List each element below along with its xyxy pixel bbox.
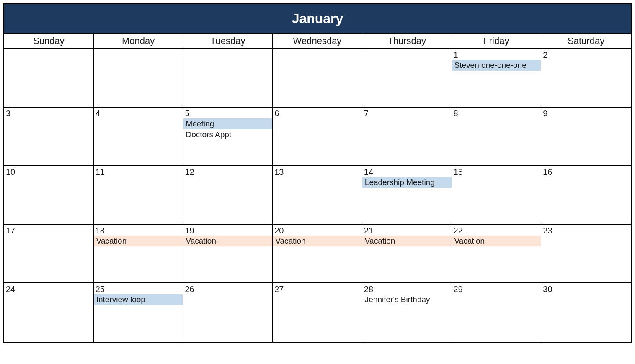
day-cell[interactable]: 17 — [4, 225, 94, 282]
calendar-event[interactable]: Vacation — [94, 236, 183, 246]
calendar-event[interactable]: Leadership Meeting — [362, 177, 452, 188]
day-number: 17 — [6, 226, 92, 236]
day-cell[interactable]: 27 — [273, 283, 362, 342]
month-header: January — [4, 4, 631, 34]
day-number: 8 — [454, 108, 539, 118]
calendar-event[interactable]: Vacation — [273, 236, 362, 246]
day-header-thursday: Thursday — [362, 34, 452, 48]
day-cell[interactable] — [94, 49, 183, 107]
day-number: 21 — [364, 226, 450, 236]
day-cell[interactable]: 1Steven one-one-one — [452, 49, 542, 107]
day-cell[interactable]: 23 — [541, 225, 631, 282]
day-cell[interactable]: 18Vacation — [94, 225, 183, 282]
day-number: 22 — [454, 226, 539, 236]
day-cell[interactable]: 12 — [183, 166, 273, 224]
day-cell[interactable]: 2 — [541, 49, 631, 107]
day-number: 7 — [364, 108, 450, 118]
day-header-friday: Friday — [452, 34, 542, 48]
day-number: 27 — [274, 284, 360, 294]
day-cell[interactable] — [4, 49, 94, 107]
day-number: 6 — [274, 108, 360, 118]
calendar-event[interactable]: Jennifer's Birthday — [362, 294, 452, 305]
day-cell[interactable]: 13 — [273, 166, 362, 224]
day-number: 5 — [185, 108, 271, 118]
calendar-event[interactable]: Vacation — [362, 236, 452, 246]
day-number: 4 — [96, 108, 181, 118]
calendar-week: 2425Interview loop262728Jennifer's Birth… — [4, 283, 631, 342]
calendar-event[interactable]: Meeting — [183, 118, 272, 129]
day-number: 29 — [454, 284, 539, 294]
calendar: January Sunday Monday Tuesday Wednesday … — [3, 3, 632, 343]
day-header-monday: Monday — [94, 34, 183, 48]
day-number: 26 — [185, 284, 271, 294]
day-number: 20 — [274, 226, 360, 236]
day-cell[interactable]: 5MeetingDoctors Appt — [183, 108, 273, 165]
day-number: 28 — [364, 284, 450, 294]
day-number: 18 — [96, 226, 181, 236]
day-cell[interactable]: 3 — [4, 108, 94, 165]
day-number: 14 — [364, 167, 450, 177]
calendar-week: 1011121314Leadership Meeting1516 — [4, 166, 631, 225]
day-number: 23 — [543, 226, 629, 236]
day-cell[interactable] — [273, 49, 362, 107]
day-cell[interactable]: 11 — [94, 166, 183, 224]
day-cell[interactable]: 6 — [273, 108, 362, 165]
day-cell[interactable]: 16 — [541, 166, 631, 224]
day-cell[interactable]: 30 — [541, 283, 631, 342]
day-number: 13 — [274, 167, 360, 177]
day-number: 24 — [6, 284, 92, 294]
calendar-week: 1718Vacation19Vacation20Vacation21Vacati… — [4, 225, 631, 283]
calendar-grid: 1Steven one-one-one2345MeetingDoctors Ap… — [4, 49, 631, 342]
day-cell[interactable]: 28Jennifer's Birthday — [362, 283, 452, 342]
calendar-event[interactable]: Steven one-one-one — [452, 60, 541, 71]
day-number: 12 — [185, 167, 271, 177]
day-number: 10 — [6, 167, 92, 177]
day-number: 3 — [6, 108, 92, 118]
day-cell[interactable]: 15 — [452, 166, 542, 224]
calendar-week: 345MeetingDoctors Appt6789 — [4, 108, 631, 166]
day-cell[interactable]: 8 — [452, 108, 542, 165]
day-headers-row: Sunday Monday Tuesday Wednesday Thursday… — [4, 34, 631, 49]
day-number: 11 — [96, 167, 181, 177]
day-cell[interactable]: 22Vacation — [452, 225, 542, 282]
day-number: 2 — [543, 50, 629, 60]
day-number: 16 — [543, 167, 629, 177]
day-cell[interactable]: 14Leadership Meeting — [362, 166, 452, 224]
day-number: 30 — [543, 284, 629, 294]
day-header-tuesday: Tuesday — [183, 34, 273, 48]
day-cell[interactable]: 29 — [452, 283, 542, 342]
day-cell[interactable]: 7 — [362, 108, 452, 165]
day-cell[interactable]: 24 — [4, 283, 94, 342]
day-number: 19 — [185, 226, 271, 236]
day-cell[interactable]: 20Vacation — [273, 225, 362, 282]
day-cell[interactable]: 21Vacation — [362, 225, 452, 282]
day-number: 1 — [454, 50, 539, 60]
calendar-event[interactable]: Interview loop — [94, 294, 183, 305]
day-number: 15 — [454, 167, 539, 177]
day-number: 25 — [96, 284, 181, 294]
day-number: 9 — [543, 108, 629, 118]
day-header-sunday: Sunday — [4, 34, 94, 48]
day-cell[interactable]: 10 — [4, 166, 94, 224]
calendar-event[interactable]: Vacation — [183, 236, 272, 246]
day-cell[interactable]: 9 — [541, 108, 631, 165]
day-cell[interactable]: 25Interview loop — [94, 283, 183, 342]
calendar-event[interactable]: Vacation — [452, 236, 541, 246]
day-cell[interactable] — [183, 49, 273, 107]
day-header-wednesday: Wednesday — [273, 34, 362, 48]
day-cell[interactable]: 26 — [183, 283, 273, 342]
calendar-week: 1Steven one-one-one2 — [4, 49, 631, 108]
day-cell[interactable] — [362, 49, 452, 107]
day-cell[interactable]: 19Vacation — [183, 225, 273, 282]
day-header-saturday: Saturday — [541, 34, 631, 48]
calendar-event[interactable]: Doctors Appt — [183, 129, 272, 140]
day-cell[interactable]: 4 — [94, 108, 183, 165]
